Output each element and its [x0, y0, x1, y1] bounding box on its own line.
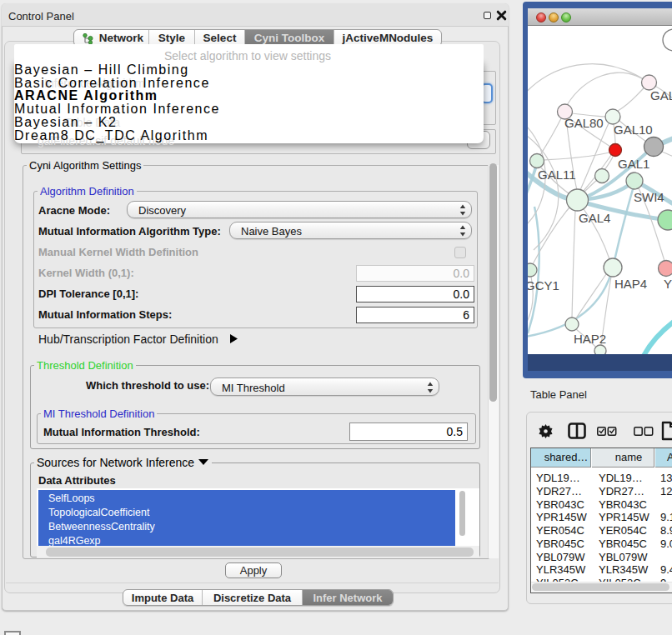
svg-text:GAL1: GAL1 [618, 157, 649, 171]
svg-text:SWI4: SWI4 [634, 190, 664, 204]
svg-text:GCY1: GCY1 [528, 278, 559, 292]
svg-text:GAL11: GAL11 [538, 168, 576, 182]
svg-text:GAL4: GAL4 [579, 211, 610, 225]
svg-text:GAL10: GAL10 [614, 122, 653, 137]
svg-text:HAP4: HAP4 [614, 277, 647, 291]
svg-text:GAL7: GAL7 [650, 88, 672, 102]
svg-text:YM: YM [664, 277, 672, 291]
svg-text:HAP2: HAP2 [574, 332, 606, 346]
svg-text:GAL80: GAL80 [564, 116, 604, 130]
